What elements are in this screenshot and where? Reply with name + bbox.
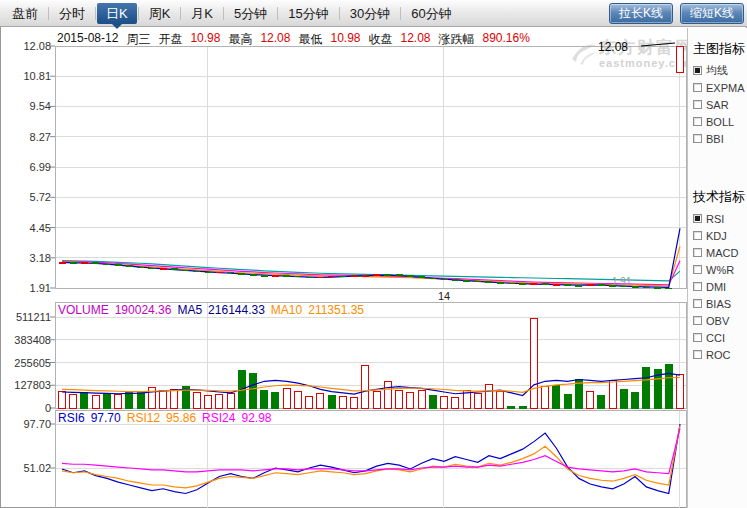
change-pct-value: 890.16% <box>483 31 530 48</box>
sidebar-item-dmi[interactable]: DMI <box>693 278 747 295</box>
rsi12-label: RSI12 <box>127 411 160 425</box>
svg-text:8.27: 8.27 <box>30 131 51 143</box>
tab-daily-k[interactable]: 日K <box>97 3 137 24</box>
tab-divider <box>223 7 224 20</box>
rsi24-label: RSI24 <box>202 411 235 425</box>
sidebar-item-wpr[interactable]: W%R <box>693 261 747 278</box>
sidebar-item-rsi[interactable]: RSI <box>693 210 747 227</box>
ohlc-info-bar: 2015-08-12 周三 开盘 10.98 最高 12.08 最低 10.98… <box>57 31 530 48</box>
active-tab-pointer-icon <box>112 24 122 34</box>
svg-text:6.99: 6.99 <box>30 161 51 173</box>
tab-5min[interactable]: 5分钟 <box>225 3 276 24</box>
rsi6-value: 97.70 <box>91 411 121 425</box>
sidebar-item-sar[interactable]: SAR <box>693 96 747 113</box>
svg-text:3.18: 3.18 <box>30 252 51 264</box>
sidebar-item-kdj[interactable]: KDJ <box>693 227 747 244</box>
sidebar-item-macd[interactable]: MACD <box>693 244 747 261</box>
tab-divider <box>180 7 181 20</box>
checkbox-icon <box>693 83 702 92</box>
volume-ma10-label: MA10 <box>271 303 302 317</box>
sidebar-item-ma[interactable]: 均线 <box>693 62 747 79</box>
tab-divider <box>400 7 401 20</box>
sidebar-item-expma[interactable]: EXPMA <box>693 79 747 96</box>
high-value: 12.08 <box>260 31 290 48</box>
tech-indicator-title: 技术指标 <box>693 188 747 206</box>
tab-15min[interactable]: 15分钟 <box>279 3 337 24</box>
svg-text:10.81: 10.81 <box>23 70 51 82</box>
svg-text:12.08: 12.08 <box>23 40 51 52</box>
sidebar-item-roc[interactable]: ROC <box>693 346 747 363</box>
toolbar-actions: 拉长K线 缩短K线 <box>609 3 744 24</box>
high-label: 最高 <box>228 31 252 48</box>
stock-chart-window: 盘前 分时 日K 周K 月K 5分钟 15分钟 30分钟 60分钟 拉长K线 缩… <box>0 0 747 508</box>
svg-text:1.91: 1.91 <box>30 282 51 294</box>
low-label: 最低 <box>298 31 322 48</box>
tab-30min[interactable]: 30分钟 <box>341 3 399 24</box>
checkbox-icon <box>693 316 702 325</box>
volume-ma5-value: 216144.33 <box>208 303 265 317</box>
change-pct-label: 涨跌幅 <box>439 31 475 48</box>
sidebar-item-obv[interactable]: OBV <box>693 312 747 329</box>
checkbox-icon <box>693 117 702 126</box>
svg-text:1.91: 1.91 <box>612 276 632 287</box>
open-label: 开盘 <box>158 31 182 48</box>
tab-divider <box>95 7 96 20</box>
svg-text:255605: 255605 <box>14 357 51 369</box>
tab-weekly-k[interactable]: 周K <box>140 3 180 24</box>
close-label: 收盘 <box>368 31 392 48</box>
rsi12-value: 95.86 <box>166 411 196 425</box>
sidebar-item-label: OBV <box>706 315 729 327</box>
checkbox-checked-icon <box>693 66 702 75</box>
tab-divider <box>138 7 139 20</box>
main-indicator-group: 主图指标 均线 EXPMA SAR BOLL BBI <box>693 40 747 147</box>
svg-text:51.02: 51.02 <box>23 462 51 474</box>
sidebar-item-label: RSI <box>706 213 724 225</box>
tab-monthly-k[interactable]: 月K <box>182 3 222 24</box>
volume-pane-header: VOLUME 190024.36 MA5 216144.33 MA10 2113… <box>58 303 364 317</box>
shorten-kline-button[interactable]: 缩短K线 <box>680 3 744 24</box>
rsi-pane-header: RSI6 97.70 RSI12 95.86 RSI24 92.98 <box>58 411 272 425</box>
low-value: 10.98 <box>330 31 360 48</box>
sidebar-item-cci[interactable]: CCI <box>693 329 747 346</box>
svg-text:12.08: 12.08 <box>598 40 628 54</box>
sidebar-item-label: 均线 <box>706 63 728 78</box>
sidebar-item-bbi[interactable]: BBI <box>693 130 747 147</box>
checkbox-icon <box>693 299 702 308</box>
rsi6-label: RSI6 <box>58 411 85 425</box>
rsi24-value: 92.98 <box>241 411 271 425</box>
svg-text:14: 14 <box>438 290 450 302</box>
checkbox-icon <box>693 248 702 257</box>
annotations-layer: 12.081.91 <box>598 40 675 287</box>
checkbox-icon <box>693 282 702 291</box>
checkbox-icon <box>693 333 702 342</box>
sidebar-item-label: BOLL <box>706 116 734 128</box>
checkbox-icon <box>693 350 702 359</box>
sidebar-item-boll[interactable]: BOLL <box>693 113 747 130</box>
tab-60min[interactable]: 60分钟 <box>402 3 460 24</box>
checkbox-icon <box>693 100 702 109</box>
sidebar-item-label: MACD <box>706 247 738 259</box>
tab-pre-market[interactable]: 盘前 <box>3 3 47 24</box>
svg-text:4.45: 4.45 <box>30 222 51 234</box>
tab-divider <box>277 7 278 20</box>
sidebar-item-label: KDJ <box>706 230 727 242</box>
svg-text:5.72: 5.72 <box>30 191 51 203</box>
period-toolbar: 盘前 分时 日K 周K 月K 5分钟 15分钟 30分钟 60分钟 拉长K线 缩… <box>0 0 747 27</box>
open-value: 10.98 <box>190 31 220 48</box>
tab-daily-k-label: 日K <box>106 6 128 21</box>
sidebar-item-label: SAR <box>706 99 729 111</box>
sidebar-item-bias[interactable]: BIAS <box>693 295 747 312</box>
volume-ma10-value: 211351.35 <box>308 303 364 317</box>
rsi-lines <box>62 424 680 493</box>
lengthen-kline-button[interactable]: 拉长K线 <box>609 3 673 24</box>
svg-text:127803: 127803 <box>14 379 51 391</box>
main-indicator-title: 主图指标 <box>693 40 747 58</box>
volume-ma5-label: MA5 <box>177 303 202 317</box>
date-value: 2015-08-12 <box>57 31 118 48</box>
axis-labels: 12.0810.819.548.276.995.724.453.181.9151… <box>14 40 450 474</box>
sidebar-item-label: EXPMA <box>706 82 745 94</box>
tab-intraday[interactable]: 分时 <box>50 3 94 24</box>
sidebar-item-label: BIAS <box>706 298 731 310</box>
weekday-value: 周三 <box>126 31 150 48</box>
chart-canvas[interactable]: 12.0810.819.548.276.995.724.453.181.9151… <box>0 28 688 508</box>
